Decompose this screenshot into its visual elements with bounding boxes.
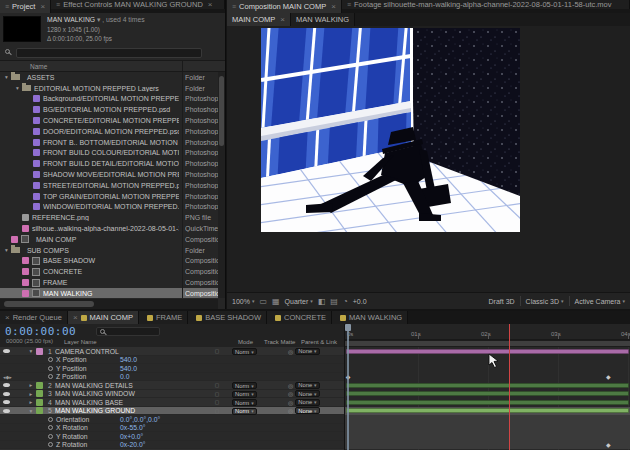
- keyframe-nav[interactable]: ◂◆▸: [0, 374, 26, 380]
- layer-color-chip[interactable]: [36, 407, 43, 414]
- stopwatch-icon[interactable]: [48, 357, 53, 362]
- parent-link-header[interactable]: Parent & Link: [301, 339, 337, 345]
- label-color-chip[interactable]: [33, 106, 40, 113]
- layer-color-chip[interactable]: [36, 399, 43, 406]
- tab-footage[interactable]: ≡ Footage silhouette-man-walking-alpha-c…: [342, 0, 630, 9]
- layer-duration-bar[interactable]: [346, 391, 629, 396]
- switch-icon[interactable]: ◻: [215, 348, 220, 354]
- project-item-row[interactable]: BG/EDITORIAL MOTION PREPPED.psd Photosho…: [0, 104, 225, 115]
- keyframe-icon[interactable]: ◆: [606, 373, 611, 380]
- project-item-row[interactable]: CONCRETE/EDITORIAL MOTION PREPPED.psd Ph…: [0, 115, 225, 126]
- label-color-chip[interactable]: [11, 236, 18, 243]
- label-color-chip[interactable]: [33, 117, 40, 124]
- twirl-icon[interactable]: ▸: [26, 391, 36, 397]
- timeline-graph-row[interactable]: ◆◆: [345, 373, 630, 382]
- project-item-row[interactable]: STREET/EDITORIAL MOTION PREPPED.psd Phot…: [0, 180, 225, 191]
- layer-name[interactable]: MAN WALKING BASE: [55, 399, 202, 406]
- timeline-graph-row[interactable]: [345, 432, 630, 441]
- switch-icon[interactable]: ◻: [215, 391, 220, 397]
- property-value[interactable]: 0.0°,0.0°,0.0°: [120, 416, 160, 423]
- eye-icon[interactable]: [3, 409, 10, 413]
- close-icon[interactable]: ×: [73, 313, 78, 322]
- stopwatch-icon[interactable]: [48, 374, 53, 379]
- project-item-row[interactable]: FRONT B.. BOTTOM/EDITORIAL MOTION PREPPE…: [0, 137, 225, 148]
- layer-switches[interactable]: ◻: [202, 382, 232, 388]
- project-horizontal-scrollbar[interactable]: [0, 299, 218, 309]
- project-item-row[interactable]: FRAME Composition: [0, 277, 225, 288]
- timeline-search-box[interactable]: [96, 327, 160, 336]
- pickwhip-icon[interactable]: ◎: [288, 407, 293, 414]
- tab-composition[interactable]: ≡ Composition MAIN COMP ×: [227, 0, 342, 13]
- mode-header[interactable]: Mode: [238, 339, 253, 345]
- project-item-row[interactable]: ▾ _ASSETS Folder: [0, 72, 225, 83]
- project-item-row[interactable]: CONCRETE Composition: [0, 266, 225, 277]
- av-column[interactable]: [0, 400, 26, 404]
- property-value[interactable]: 540.0: [120, 365, 137, 372]
- switch-icon[interactable]: ◻: [215, 408, 220, 414]
- subtab-man-walking[interactable]: MAN WALKING: [291, 13, 355, 26]
- current-timecode[interactable]: 0:00:00:00: [5, 325, 76, 338]
- project-item-row[interactable]: REFERENCE.png PNG file: [0, 212, 225, 223]
- panel-menu-icon[interactable]: ≡: [56, 1, 60, 8]
- project-item-row[interactable]: TOP GRAIN/EDITORIAL MOTION PREPPED.psd P…: [0, 191, 225, 202]
- property-value[interactable]: 0x-20.0°: [120, 441, 145, 448]
- twirl-icon[interactable]: ▸: [26, 382, 36, 388]
- layer-name[interactable]: MAN WALKING WINDOW: [55, 390, 202, 397]
- twirl-icon[interactable]: ▾: [13, 85, 22, 91]
- project-item-row[interactable]: WINDOW/EDITORIAL MOTION PREPPED.psd Phot…: [0, 202, 225, 213]
- property-name[interactable]: Z Rotation: [56, 441, 120, 448]
- project-item-row[interactable]: BASE SHADOW Composition: [0, 256, 225, 267]
- eye-icon[interactable]: [3, 383, 10, 387]
- project-item-row[interactable]: silhoue..walking-alpha-channel-2022-08-0…: [0, 223, 225, 234]
- property-name[interactable]: X Position: [56, 356, 120, 363]
- close-icon[interactable]: ×: [280, 15, 285, 24]
- timeline-property-row[interactable]: Orientation 0.0°,0.0°,0.0°: [0, 415, 344, 424]
- layer-name[interactable]: CAMERA CONTROL: [55, 348, 202, 355]
- timeline-comp-tab[interactable]: CONCRETE: [267, 311, 332, 324]
- timeline-property-row[interactable]: Z Rotation 0x-20.0°: [0, 441, 344, 450]
- property-value[interactable]: 0.0: [120, 373, 129, 380]
- parent-link-dropdown[interactable]: ◎None▾: [288, 390, 344, 397]
- layer-color-chip[interactable]: [36, 348, 43, 355]
- project-item-row[interactable]: _MAIN COMP Composition: [0, 234, 225, 245]
- label-color-chip[interactable]: [22, 225, 29, 232]
- label-color-chip[interactable]: [33, 128, 40, 135]
- playhead-marker-line[interactable]: [509, 324, 510, 450]
- switch-icon[interactable]: ◻: [215, 399, 220, 405]
- parent-link-dropdown[interactable]: ◎None▾: [288, 407, 344, 414]
- timeline-graph-row[interactable]: [345, 398, 630, 407]
- eye-icon[interactable]: [3, 392, 10, 396]
- label-color-chip[interactable]: [33, 171, 40, 178]
- timeline-comp-tab[interactable]: BASE SHADOW: [188, 311, 267, 324]
- draft-3d-toggle[interactable]: Draft 3D: [489, 298, 515, 305]
- resolution-dropdown[interactable]: Quarter▾: [285, 298, 313, 305]
- timeline-property-row[interactable]: X Rotation 0x-55.0°: [0, 424, 344, 433]
- timeline-comp-tab[interactable]: × MAIN COMP: [68, 311, 139, 324]
- label-color-chip[interactable]: [22, 279, 29, 286]
- av-column[interactable]: [0, 392, 26, 396]
- timeline-layer-row[interactable]: ▸ 3 MAN WALKING WINDOW ◻ Norm▾ ◎None▾: [0, 390, 344, 399]
- label-color-chip[interactable]: [33, 182, 40, 189]
- timeline-property-row[interactable]: Y Position 540.0: [0, 364, 344, 373]
- layer-duration-bar[interactable]: [346, 400, 629, 405]
- layer-duration-bar[interactable]: [346, 383, 629, 388]
- timeline-graph-row[interactable]: [345, 381, 630, 390]
- layer-color-chip[interactable]: [36, 382, 43, 389]
- property-name[interactable]: Orientation: [56, 416, 120, 423]
- av-column[interactable]: [0, 383, 26, 387]
- label-color-chip[interactable]: [22, 268, 29, 275]
- twirl-icon[interactable]: ▾: [26, 408, 36, 414]
- exposure-icon[interactable]: ◔: [343, 297, 348, 306]
- pickwhip-icon[interactable]: ◎: [288, 348, 293, 355]
- property-value[interactable]: 0x+0.0°: [120, 433, 143, 440]
- panel-menu-icon[interactable]: ≡: [347, 1, 351, 8]
- keyframe-icon[interactable]: ◆: [606, 441, 611, 448]
- layer-switches[interactable]: ◻: [202, 399, 232, 405]
- project-item-row[interactable]: FRONT BUILD COLOUR/EDITORIAL MOTION PREP…: [0, 148, 225, 159]
- layer-switches[interactable]: ◻: [202, 348, 232, 354]
- exposure-value[interactable]: +0.0: [353, 298, 367, 305]
- blend-mode-dropdown[interactable]: Norm▾: [232, 348, 268, 356]
- layer-name[interactable]: MAN WALKING DETAILS: [55, 382, 202, 389]
- layer-name[interactable]: MAN WALKING GROUND: [55, 407, 202, 414]
- project-item-row[interactable]: MAN WALKING Composition: [0, 288, 225, 298]
